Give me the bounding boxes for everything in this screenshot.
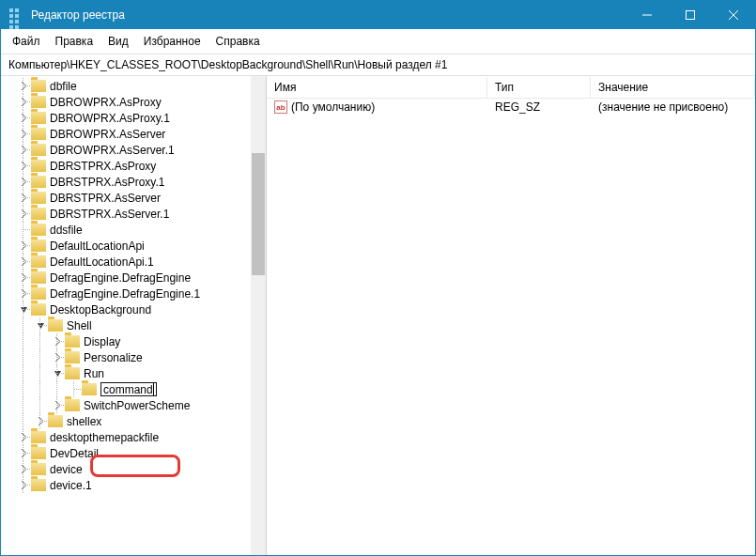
tree-item-label: DBRSTPRX.AsProxy.1: [50, 176, 164, 189]
value-name: (По умолчанию): [291, 100, 375, 114]
tree-pane[interactable]: dbfileDBROWPRX.AsProxyDBROWPRX.AsProxy.1…: [1, 76, 267, 555]
tree-item[interactable]: device.1: [1, 477, 251, 493]
values-pane[interactable]: Имя Тип Значение ab (По умолчанию) REG_S…: [267, 76, 755, 555]
tree-item[interactable]: dbfile: [1, 78, 251, 94]
menu-file[interactable]: Файл: [5, 31, 48, 52]
folder-icon: [48, 415, 63, 427]
tree-item-label: device.1: [50, 479, 92, 492]
tree-item[interactable]: DefragEngine.DefragEngine.1: [1, 286, 251, 301]
tree-item[interactable]: Display: [1, 333, 251, 349]
folder-icon: [31, 303, 46, 316]
tree-item[interactable]: DBROWPRX.AsProxy: [1, 94, 251, 110]
tree-item-label: ddsfile: [50, 224, 83, 237]
folder-icon: [31, 176, 46, 188]
folder-icon: [31, 224, 46, 236]
tree-item[interactable]: command: [1, 381, 251, 397]
tree-item[interactable]: shellex: [1, 413, 251, 429]
tree-item-label: DBROWPRX.AsServer: [50, 128, 165, 141]
tree-item-label: SwitchPowerScheme: [84, 399, 190, 412]
folder-icon: [31, 239, 46, 252]
tree-item[interactable]: ddsfile: [1, 222, 251, 238]
window-controls: [625, 1, 755, 29]
folder-icon: [31, 160, 46, 172]
folder-icon: [31, 96, 46, 108]
maximize-button[interactable]: [669, 1, 712, 29]
folder-icon: [31, 271, 46, 284]
tree-item-label: DesktopBackground: [50, 303, 151, 317]
folder-icon: [82, 383, 97, 395]
tree-item[interactable]: DBRSTPRX.AsServer: [1, 190, 251, 206]
tree-item[interactable]: DBROWPRX.AsServer: [1, 126, 251, 142]
column-name[interactable]: Имя: [267, 77, 487, 98]
tree-item-label: shellex: [67, 415, 101, 428]
tree-item[interactable]: DBRSTPRX.AsServer.1: [1, 206, 251, 222]
window-title: Редактор реестра: [31, 8, 625, 22]
registry-editor-window: Редактор реестра Файл Правка Вид Избранн…: [0, 0, 756, 556]
tree-item[interactable]: device: [1, 461, 251, 477]
tree-item-label: dbfile: [50, 80, 77, 93]
string-value-icon: ab: [274, 100, 287, 114]
tree-item-label: DBRSTPRX.AsServer.1: [50, 208, 169, 221]
tree-item[interactable]: desktopthemepackfile: [1, 429, 251, 445]
tree-item[interactable]: Shell: [1, 317, 251, 333]
tree-item-label: DefaultLocationApi: [50, 239, 145, 253]
tree-item-label: Personalize: [84, 351, 143, 364]
tree-item[interactable]: Run: [1, 365, 251, 381]
folder-icon: [31, 255, 46, 268]
value-type: REG_SZ: [487, 100, 591, 115]
tree-item[interactable]: DefaultLocationApi: [1, 238, 251, 254]
menu-bar: Файл Правка Вид Избранное Справка: [1, 29, 755, 54]
folder-icon: [48, 319, 63, 332]
tree-item[interactable]: DBRSTPRX.AsProxy: [1, 158, 251, 174]
close-button[interactable]: [712, 1, 755, 29]
menu-edit[interactable]: Правка: [48, 31, 101, 52]
svg-rect-1: [687, 11, 695, 20]
folder-icon: [31, 144, 46, 156]
folder-icon: [31, 431, 46, 443]
folder-icon: [65, 335, 80, 348]
folder-icon: [31, 128, 46, 140]
tree-item-label: Shell: [67, 319, 92, 332]
folder-icon: [31, 208, 46, 220]
menu-help[interactable]: Справка: [208, 31, 268, 52]
menu-view[interactable]: Вид: [100, 31, 136, 52]
tree-item[interactable]: Personalize: [1, 349, 251, 365]
tree-item-label: DefaultLocationApi.1: [50, 255, 154, 269]
tree-item[interactable]: SwitchPowerScheme: [1, 397, 251, 413]
folder-icon: [31, 287, 46, 300]
content-area: dbfileDBROWPRX.AsProxyDBROWPRX.AsProxy.1…: [1, 76, 755, 555]
tree-item-label: Run: [84, 367, 104, 380]
folder-icon: [65, 351, 80, 363]
tree-item[interactable]: DBROWPRX.AsServer.1: [1, 142, 251, 158]
tree-item-label: DevDetail: [50, 447, 99, 460]
folder-icon: [31, 447, 46, 459]
tree-item[interactable]: DesktopBackground: [1, 301, 251, 317]
vertical-scrollbar[interactable]: [251, 76, 266, 555]
tree-item-label: Display: [84, 335, 120, 348]
tree-item-label: device: [50, 463, 83, 476]
tree-item[interactable]: DefragEngine.DefragEngine: [1, 270, 251, 286]
folder-icon: [31, 112, 46, 124]
tree-item-label: DBRSTPRX.AsProxy: [50, 160, 156, 173]
folder-icon: [31, 192, 46, 204]
tree-item-label: DBROWPRX.AsProxy: [50, 96, 162, 109]
menu-favorites[interactable]: Избранное: [136, 31, 208, 52]
value-data: (значение не присвоено): [591, 100, 755, 115]
rename-input[interactable]: command: [100, 382, 157, 396]
address-path: Компьютер\HKEY_CLASSES_ROOT\DesktopBackg…: [8, 58, 447, 71]
tree-item[interactable]: DBRSTPRX.AsProxy.1: [1, 174, 251, 190]
minimize-button[interactable]: [625, 1, 669, 29]
title-bar[interactable]: Редактор реестра: [1, 1, 755, 29]
scroll-thumb[interactable]: [252, 153, 265, 275]
tree-item[interactable]: DBROWPRX.AsProxy.1: [1, 110, 251, 126]
address-bar[interactable]: Компьютер\HKEY_CLASSES_ROOT\DesktopBackg…: [1, 54, 755, 76]
tree-item-label: desktopthemepackfile: [50, 431, 159, 444]
column-type[interactable]: Тип: [487, 77, 591, 98]
value-row[interactable]: ab (По умолчанию) REG_SZ (значение не пр…: [267, 99, 755, 116]
tree-item-label: DefragEngine.DefragEngine.1: [50, 287, 200, 301]
folder-icon: [65, 367, 80, 379]
tree-item[interactable]: DevDetail: [1, 445, 251, 461]
tree-item[interactable]: DefaultLocationApi.1: [1, 254, 251, 270]
column-value[interactable]: Значение: [591, 77, 755, 98]
folder-icon: [31, 80, 46, 92]
